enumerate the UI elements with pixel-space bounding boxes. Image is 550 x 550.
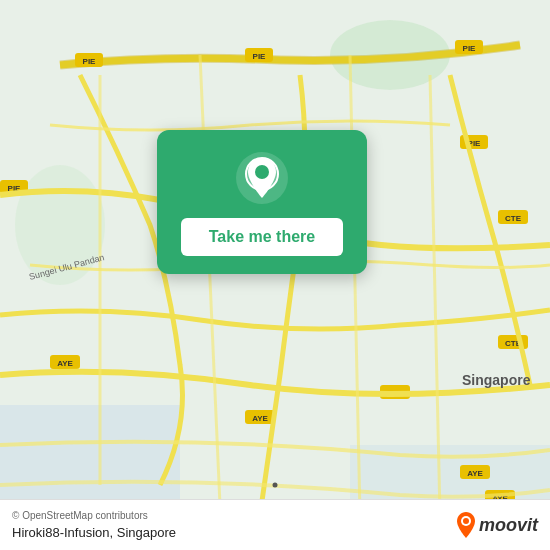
osm-credit: © OpenStreetMap contributors — [12, 510, 176, 521]
svg-text:PIE: PIE — [463, 44, 477, 53]
bottom-bar: © OpenStreetMap contributors Hiroki88-In… — [0, 499, 550, 550]
svg-point-34 — [255, 165, 269, 179]
svg-text:Singapore: Singapore — [462, 372, 531, 388]
moovit-logo: moovit — [455, 511, 538, 539]
take-me-there-button[interactable]: Take me there — [181, 218, 343, 256]
svg-point-31 — [273, 483, 278, 488]
svg-text:PIE: PIE — [83, 57, 97, 66]
svg-text:CTE: CTE — [505, 214, 522, 223]
moovit-pin-icon — [455, 511, 477, 539]
location-card: Take me there — [157, 130, 367, 274]
bottom-left-info: © OpenStreetMap contributors Hiroki88-In… — [12, 510, 176, 540]
map-background: PIE PIE PIE PIE PIE CTE CTE AYE AYE AYE … — [0, 0, 550, 550]
map-pin-icon — [236, 152, 288, 204]
moovit-brand-text: moovit — [479, 515, 538, 536]
svg-text:AYE: AYE — [467, 469, 483, 478]
svg-point-36 — [463, 518, 469, 524]
map-container: PIE PIE PIE PIE PIE CTE CTE AYE AYE AYE … — [0, 0, 550, 550]
location-name: Hiroki88-Infusion, Singapore — [12, 525, 176, 540]
svg-text:AYE: AYE — [57, 359, 73, 368]
svg-text:PIE: PIE — [253, 52, 267, 61]
svg-text:AYE: AYE — [252, 414, 268, 423]
